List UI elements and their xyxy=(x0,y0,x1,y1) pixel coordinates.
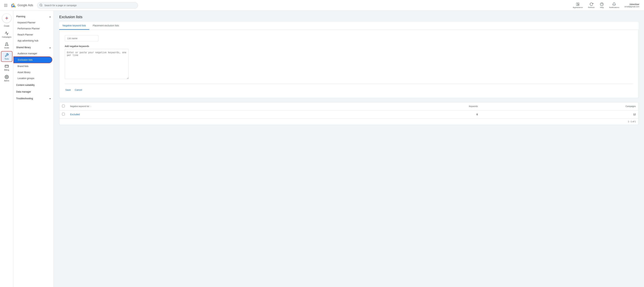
data-table: Negative keyword list ↑ Keywords Campaig… xyxy=(59,102,638,118)
nav-section-planning: Planning Keyword Planner Performance Pla… xyxy=(14,14,54,44)
nav-section-data-manager-header[interactable]: Data manager xyxy=(14,89,54,95)
nav-section-content-suitability-header[interactable]: Content suitability xyxy=(14,82,54,88)
header-keywords[interactable]: Keywords xyxy=(336,102,480,110)
select-all-checkbox[interactable] xyxy=(62,105,65,107)
topbar-right: Appearance Refresh Help Notifications xyxy=(571,1,641,10)
troubleshooting-chevron xyxy=(49,97,51,100)
nav-item-app-advertising-hub[interactable]: App advertising hub xyxy=(14,38,52,44)
data-manager-label: Data manager xyxy=(16,90,31,93)
svg-text:G: G xyxy=(11,3,15,8)
nav-section-troubleshooting-header[interactable]: Troubleshooting xyxy=(14,96,54,102)
campaigns-label: Campaigns xyxy=(2,36,12,38)
layout: Create Campaigns Goals Tools xyxy=(0,11,644,287)
google-ads-logo-icon: G xyxy=(11,3,16,8)
row-campaigns-cell: 12 xyxy=(480,110,638,118)
nav-item-location-groups[interactable]: Location groups xyxy=(14,75,52,81)
nav-section-shared-library: Shared library Audience manager Exclusio… xyxy=(14,44,54,81)
header-campaigns[interactable]: Campaigns xyxy=(480,102,638,110)
nav-item-keyword-planner[interactable]: Keyword Planner xyxy=(14,20,52,26)
troubleshooting-label: Troubleshooting xyxy=(16,97,33,100)
billing-icon xyxy=(5,64,9,68)
sidebar-item-tools[interactable]: Tools xyxy=(1,51,12,62)
save-button[interactable]: Save xyxy=(65,87,72,92)
google-ads-logo: G Google Ads xyxy=(11,3,33,8)
keywords-textarea[interactable] xyxy=(65,49,128,79)
form-actions: Save Cancel xyxy=(65,84,633,92)
advertiser-info[interactable]: Advertiser email@gmail.com xyxy=(622,2,641,9)
nav-item-audience-manager[interactable]: Audience manager xyxy=(14,50,52,56)
search-input[interactable] xyxy=(37,2,138,8)
pagination-text: 1 - 1 of 1 xyxy=(628,120,636,123)
cancel-button[interactable]: Cancel xyxy=(74,87,83,92)
notifications-button[interactable]: Notifications xyxy=(607,1,621,10)
nav-item-exclusion-lists[interactable]: Exclusion lists xyxy=(14,56,52,63)
nav-section-troubleshooting: Troubleshooting xyxy=(14,96,54,102)
nav-section-planning-header[interactable]: Planning xyxy=(14,14,54,20)
goals-label: Goals xyxy=(4,47,9,49)
nav-item-asset-library[interactable]: Asset library xyxy=(14,69,52,75)
advertiser-name: Advertiser xyxy=(630,3,639,6)
form-card: Add negative keywords Save Cancel xyxy=(59,30,638,98)
planning-label: Planning xyxy=(16,15,26,18)
refresh-button[interactable]: Refresh xyxy=(586,1,596,10)
create-label: Create xyxy=(4,25,10,27)
table-row: Excluded 6 12 xyxy=(59,110,638,118)
header-negative-keyword-list[interactable]: Negative keyword list ↑ xyxy=(68,102,336,110)
table-container: Negative keyword list ↑ Keywords Campaig… xyxy=(59,102,638,125)
list-name-field xyxy=(65,35,633,42)
nav-sidebar: Planning Keyword Planner Performance Pla… xyxy=(14,11,54,287)
icon-sidebar: Create Campaigns Goals Tools xyxy=(0,11,14,287)
topbar-left: G Google Ads xyxy=(3,3,33,8)
admin-icon xyxy=(5,75,9,79)
search-bar xyxy=(37,2,138,8)
nav-item-performance-planner[interactable]: Performance Planner xyxy=(14,26,52,32)
add-keywords-field: Add negative keywords xyxy=(65,45,633,80)
svg-rect-8 xyxy=(576,3,578,6)
tabs: Negative keyword lists Placement exclusi… xyxy=(59,22,638,30)
row-checkbox[interactable] xyxy=(62,113,65,116)
page-title: Exclusion lists xyxy=(59,15,638,19)
topbar: G Google Ads Appearance xyxy=(0,0,644,11)
main-content: Exclusion lists Negative keyword lists P… xyxy=(54,11,644,287)
tools-label: Tools xyxy=(4,58,9,60)
goals-icon xyxy=(5,42,9,46)
advertiser-email: email@gmail.com xyxy=(624,6,639,8)
row-name-cell: Excluded xyxy=(68,110,336,118)
tools-icon xyxy=(5,53,9,57)
nav-section-data-manager: Data manager xyxy=(14,89,54,95)
appearance-button[interactable]: Appearance xyxy=(571,1,585,10)
row-keywords-cell: 6 xyxy=(336,110,480,118)
help-icon xyxy=(600,2,604,6)
sidebar-item-billing[interactable]: Billing xyxy=(1,62,12,72)
sort-icon: ↑ xyxy=(90,106,91,107)
content-suitability-label: Content suitability xyxy=(16,84,35,86)
row-checkbox-cell xyxy=(59,110,68,118)
nav-item-reach-planner[interactable]: Reach Planner xyxy=(14,32,52,38)
hamburger-menu-button[interactable] xyxy=(3,3,9,8)
nav-section-shared-library-header[interactable]: Shared library xyxy=(14,44,54,50)
shared-library-label: Shared library xyxy=(16,46,31,49)
nav-item-brand-lists[interactable]: Brand lists xyxy=(14,63,52,69)
search-icon xyxy=(40,4,42,7)
svg-point-6 xyxy=(40,4,42,6)
add-keywords-label: Add negative keywords xyxy=(65,45,633,48)
svg-rect-10 xyxy=(578,4,579,6)
create-button[interactable] xyxy=(2,14,12,23)
header-checkbox-cell xyxy=(59,102,68,110)
appearance-icon xyxy=(576,2,580,6)
table-header: Negative keyword list ↑ Keywords Campaig… xyxy=(59,102,638,110)
sidebar-item-campaigns[interactable]: Campaigns xyxy=(1,30,12,40)
list-name-input[interactable] xyxy=(65,35,98,42)
appearance-label: Appearance xyxy=(573,6,583,8)
tab-negative-keyword-lists[interactable]: Negative keyword lists xyxy=(59,22,89,30)
help-button[interactable]: Help xyxy=(598,1,606,10)
sidebar-item-goals[interactable]: Goals xyxy=(1,40,12,50)
sidebar-item-admin[interactable]: Admin xyxy=(1,73,12,83)
shared-library-chevron xyxy=(49,46,51,49)
refresh-icon xyxy=(590,2,593,6)
row-name-link[interactable]: Excluded xyxy=(70,113,80,116)
help-label: Help xyxy=(600,6,604,8)
tab-placement-exclusion-lists[interactable]: Placement exclusion lists xyxy=(89,22,122,30)
svg-line-7 xyxy=(42,6,42,6)
campaigns-icon xyxy=(5,31,9,35)
